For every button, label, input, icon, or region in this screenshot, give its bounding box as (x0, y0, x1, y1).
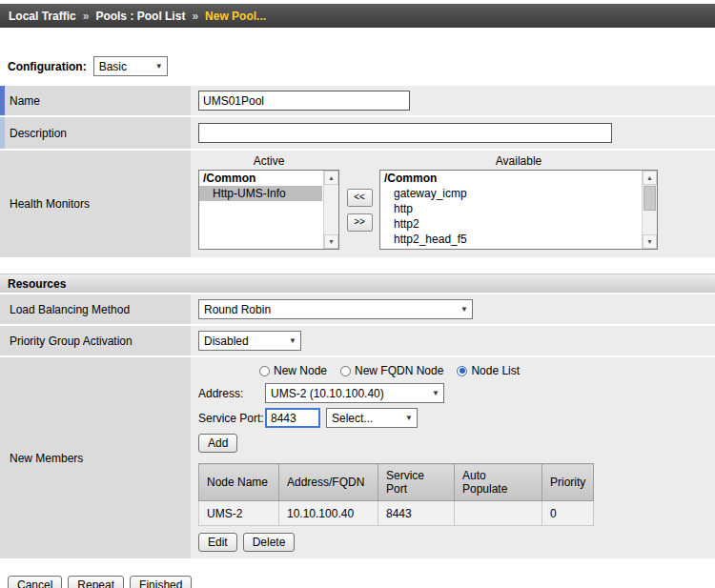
service-port-select[interactable]: Select... ▼ (326, 408, 418, 428)
edit-button[interactable]: Edit (198, 533, 237, 552)
scroll-down-icon[interactable]: ▼ (643, 234, 657, 249)
breadcrumb-current: New Pool... (205, 10, 266, 23)
chevron-down-icon: ▼ (152, 62, 163, 71)
column-header: Address/FQDN (279, 464, 378, 501)
list-item[interactable]: gateway_icmp (380, 186, 641, 201)
available-list-heading: Available (379, 154, 658, 168)
radio-node-list[interactable]: Node List (457, 364, 520, 377)
service-port-select-value: Select... (332, 412, 398, 425)
member-address: 10.10.100.40 (279, 501, 378, 526)
move-to-available-button[interactable]: >> (347, 213, 373, 232)
list-item[interactable]: http2 (380, 216, 641, 232)
radio-label: New Node (274, 364, 327, 377)
finished-button[interactable]: Finished (130, 576, 192, 588)
radio-icon (259, 366, 270, 376)
breadcrumb-path[interactable]: Pools : Pool List (95, 10, 185, 23)
address-select-value: UMS-2 (10.10.100.40) (271, 387, 424, 400)
new-members-row: New Members New Node New FQDN Node Node … (0, 357, 715, 560)
configuration-bar: Configuration: Basic ▼ (8, 56, 715, 76)
configuration-form: Name Description Health Monitors Active … (0, 86, 715, 259)
name-row: Name (0, 86, 715, 117)
breadcrumb-section[interactable]: Local Traffic (9, 10, 76, 23)
priority-group-select[interactable]: Disabled ▼ (198, 331, 301, 351)
cancel-button[interactable]: Cancel (8, 576, 62, 588)
description-label: Description (0, 117, 191, 149)
priority-group-select-value: Disabled (204, 335, 281, 348)
available-monitors-listbox[interactable]: /Common gateway_icmp http http2 http2_he… (379, 170, 658, 250)
node-type-radio-group: New Node New FQDN Node Node List (259, 363, 520, 378)
list-item[interactable]: http (380, 201, 641, 216)
active-monitors-listbox[interactable]: /Common Http-UMS-Info ▲ ▼ (198, 170, 339, 250)
health-monitors-label: Health Monitors (0, 151, 191, 257)
address-select[interactable]: UMS-2 (10.10.100.40) ▼ (265, 383, 444, 403)
breadcrumb-separator-icon: » (192, 10, 198, 23)
description-row: Description (0, 117, 715, 151)
footer-actions: Cancel Repeat Finished (8, 576, 715, 588)
address-field-row: Address: UMS-2 (10.10.100.40) ▼ (198, 383, 444, 403)
column-header: Service Port (378, 464, 455, 501)
radio-new-fqdn-node[interactable]: New FQDN Node (340, 364, 443, 377)
member-service-port: 8443 (378, 501, 455, 526)
radio-selected-icon (457, 366, 467, 376)
monitor-group-label: /Common (199, 171, 322, 186)
list-item[interactable]: http2_head_f5 (380, 232, 641, 247)
active-list-heading: Active (198, 154, 339, 168)
load-balancing-row: Load Balancing Method Round Robin ▼ (0, 294, 715, 326)
new-members-label: New Members (0, 357, 191, 558)
service-port-field-row: Service Port: Select... ▼ (198, 408, 418, 428)
service-port-label: Service Port: (198, 412, 265, 425)
column-header: Priority (542, 464, 594, 501)
radio-icon (340, 366, 351, 376)
priority-group-label: Priority Group Activation (0, 326, 191, 355)
required-marker (0, 86, 5, 115)
resources-section-header: Resources (0, 274, 715, 294)
delete-button[interactable]: Delete (243, 533, 296, 552)
chevron-down-icon: ▼ (285, 336, 296, 345)
name-label: Name (0, 86, 191, 115)
breadcrumb: Local Traffic » Pools : Pool List » New … (0, 4, 715, 28)
load-balancing-select[interactable]: Round Robin ▼ (198, 299, 473, 319)
member-priority: 0 (542, 501, 594, 526)
move-to-active-button[interactable]: << (347, 189, 373, 207)
configuration-label: Configuration: (8, 60, 87, 73)
chevron-down-icon: ▼ (457, 305, 468, 314)
radio-label: Node List (471, 364, 520, 377)
chevron-down-icon: ▼ (401, 414, 413, 422)
radio-label: New FQDN Node (355, 364, 443, 377)
list-item[interactable]: Http-UMS-Info (199, 186, 322, 201)
breadcrumb-separator-icon: » (83, 10, 90, 23)
repeat-button[interactable]: Repeat (68, 576, 124, 588)
scroll-down-icon[interactable]: ▼ (324, 234, 338, 249)
member-auto-populate (455, 501, 542, 526)
member-node-name: UMS-2 (199, 501, 279, 526)
column-header: Auto Populate (455, 464, 542, 501)
scroll-up-icon[interactable]: ▲ (324, 171, 338, 185)
scrollbar-thumb[interactable] (644, 186, 656, 211)
service-port-input[interactable] (265, 408, 320, 428)
monitor-group-label: /Common (380, 171, 641, 186)
radio-new-node[interactable]: New Node (259, 364, 327, 377)
optional-marker (0, 117, 5, 149)
health-monitors-row: Health Monitors Active Available /Common… (0, 151, 715, 259)
add-button[interactable]: Add (198, 434, 237, 453)
load-balancing-select-value: Round Robin (204, 303, 453, 316)
chevron-down-icon: ▼ (428, 389, 439, 397)
resources-form: Load Balancing Method Round Robin ▼ Prio… (0, 294, 715, 560)
address-label: Address: (198, 387, 265, 400)
name-input[interactable] (198, 91, 410, 111)
priority-group-row: Priority Group Activation Disabled ▼ (0, 326, 715, 357)
members-table: Node Name Address/FQDN Service Port Auto… (198, 463, 594, 526)
configuration-select[interactable]: Basic ▼ (93, 56, 168, 76)
members-table-header-row: Node Name Address/FQDN Service Port Auto… (199, 464, 594, 501)
configuration-select-value: Basic (99, 60, 148, 73)
scrollbar[interactable]: ▲ ▼ (642, 171, 657, 249)
description-input[interactable] (198, 123, 612, 143)
column-header: Node Name (199, 464, 279, 501)
scroll-up-icon[interactable]: ▲ (643, 171, 657, 185)
table-row[interactable]: UMS-2 10.10.100.40 8443 0 (199, 501, 594, 526)
scrollbar[interactable]: ▲ ▼ (323, 171, 338, 249)
load-balancing-label: Load Balancing Method (0, 294, 191, 324)
